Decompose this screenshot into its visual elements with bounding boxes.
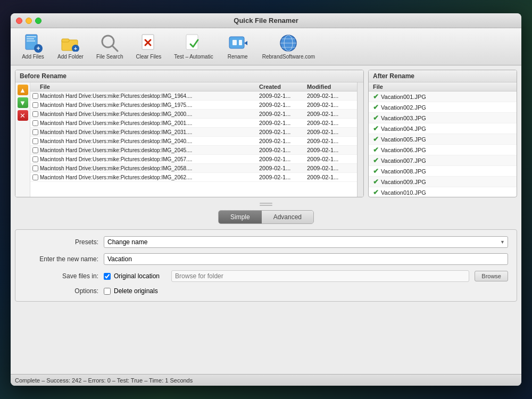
original-location-checkbox[interactable]: [104, 273, 111, 280]
delete-originals-checkbox[interactable]: [104, 288, 111, 295]
check-icon: ✔: [373, 146, 379, 154]
traffic-lights: [16, 18, 41, 24]
status-bar: Complete – Success: 242 – Errors: 0 – Te…: [11, 374, 521, 386]
rename-icon: [228, 34, 247, 53]
file-path: Macintosh Hard Drive:Users:mike:Pictures…: [40, 138, 259, 144]
modified-col-header: Modified: [307, 84, 355, 90]
tab-advanced[interactable]: Advanced: [262, 211, 313, 223]
presets-select-wrapper: Change name Add prefix Add suffix Replac…: [104, 236, 508, 248]
after-file-table[interactable]: File ✔Vacation001.JPG ✔Vacation002.JPG ✔…: [369, 82, 517, 197]
resize-grip-icon: [255, 202, 277, 206]
row-checkbox[interactable]: [32, 165, 38, 171]
save-in-row: Save files in: Original location Browse: [24, 270, 508, 282]
delete-originals-group: Delete originals: [104, 287, 158, 295]
save-in-label: Save files in:: [24, 272, 98, 280]
check-icon: ✔: [373, 103, 379, 111]
table-row: Macintosh Hard Drive:Users:mike:Pictures…: [30, 110, 357, 119]
check-icon: ✔: [373, 93, 379, 101]
check-icon: ✔: [373, 188, 379, 196]
tabs-area: Simple Advanced: [15, 210, 517, 224]
add-folder-button[interactable]: + Add Folder: [53, 31, 88, 62]
before-file-table[interactable]: File Created Modified Macintosh Hard Dri…: [30, 82, 357, 197]
row-checkbox[interactable]: [32, 111, 38, 117]
tab-simple[interactable]: Simple: [219, 211, 262, 223]
add-folder-icon-area: +: [61, 34, 80, 53]
row-checkbox[interactable]: [32, 102, 38, 108]
rebrand-button[interactable]: RebrandSoftware.com: [258, 31, 320, 62]
minimize-button[interactable]: [26, 18, 32, 24]
rebrand-icon-area: [279, 34, 298, 53]
file-path: Macintosh Hard Drive:Users:mike:Pictures…: [40, 147, 259, 153]
file-search-button[interactable]: File Search: [92, 31, 128, 62]
title-bar: Quick File Renamer: [11, 13, 521, 28]
after-filename: Vacation007.JPG: [381, 157, 426, 164]
file-lists: Before Rename ▲ ▼ ✕ File Created Modifie…: [15, 70, 517, 197]
add-folder-label: Add Folder: [57, 54, 84, 60]
row-checkbox[interactable]: [32, 174, 38, 180]
after-filename: Vacation004.JPG: [381, 126, 426, 132]
table-row: Macintosh Hard Drive:Users:mike:Pictures…: [30, 119, 357, 128]
status-text: Complete – Success: 242 – Errors: 0 – Te…: [15, 377, 193, 384]
test-automatic-button[interactable]: Test – Automatic: [170, 31, 217, 62]
close-button[interactable]: [16, 18, 22, 24]
created-date: 2009-02-1...: [259, 129, 307, 135]
browse-path-input[interactable]: [171, 270, 469, 282]
globe-icon: [279, 34, 298, 53]
before-scrollbar[interactable]: [357, 82, 363, 197]
created-date: 2009-02-1...: [259, 93, 307, 99]
row-checkbox[interactable]: [32, 93, 38, 99]
tab-group: Simple Advanced: [218, 210, 314, 224]
file-path: Macintosh Hard Drive:Users:mike:Pictures…: [40, 102, 259, 108]
browse-button[interactable]: Browse: [475, 271, 508, 281]
check-icon: ✔: [373, 124, 379, 132]
row-checkbox[interactable]: [32, 129, 38, 135]
svg-rect-2: [27, 38, 34, 39]
main-window: Quick File Renamer + Add Files: [11, 13, 521, 386]
file-path: Macintosh Hard Drive:Users:mike:Pictures…: [40, 93, 259, 99]
form-area: Presets: Change name Add prefix Add suff…: [15, 229, 517, 302]
move-up-button[interactable]: ▲: [18, 85, 28, 95]
window-title: Quick File Renamer: [234, 16, 298, 24]
row-checkbox[interactable]: [32, 120, 38, 126]
svg-marker-19: [244, 41, 247, 45]
file-path: Macintosh Hard Drive:Users:mike:Pictures…: [40, 165, 259, 171]
resize-handle[interactable]: [15, 201, 517, 207]
check-icon: ✔: [373, 167, 379, 175]
svg-rect-1: [27, 36, 36, 37]
created-col-header: Created: [259, 84, 307, 90]
file-path: Macintosh Hard Drive:Users:mike:Pictures…: [40, 174, 259, 180]
after-filename: Vacation005.JPG: [381, 136, 426, 143]
clear-files-icon-area: [139, 34, 158, 53]
maximize-button[interactable]: [35, 18, 41, 24]
presets-select[interactable]: Change name Add prefix Add suffix Replac…: [104, 236, 508, 248]
after-filename: Vacation001.JPG: [381, 94, 426, 100]
table-row: Macintosh Hard Drive:Users:mike:Pictures…: [30, 101, 357, 110]
list-item: ✔Vacation003.JPG: [369, 113, 517, 123]
modified-date: 2009-02-1...: [307, 120, 355, 126]
created-date: 2009-02-1...: [259, 120, 307, 126]
clear-files-button[interactable]: Clear Files: [132, 31, 166, 62]
svg-line-11: [112, 46, 118, 51]
list-item: ✔Vacation005.JPG: [369, 134, 517, 145]
after-filename: Vacation009.JPG: [381, 179, 426, 185]
table-row: Macintosh Hard Drive:Users:mike:Pictures…: [30, 146, 357, 155]
svg-text:+: +: [36, 45, 40, 52]
modified-date: 2009-02-1...: [307, 102, 355, 108]
checkbox-col-header: [32, 84, 40, 90]
check-icon: ✔: [373, 114, 379, 122]
options-row: Options: Delete originals: [24, 287, 508, 295]
sort-buttons: ▲ ▼ ✕: [15, 82, 30, 197]
delete-button[interactable]: ✕: [18, 110, 28, 121]
created-date: 2009-02-1...: [259, 174, 307, 180]
new-name-label: Enter the new name:: [24, 255, 98, 263]
add-files-button[interactable]: + Add Files: [17, 31, 49, 62]
move-down-button[interactable]: ▼: [18, 97, 28, 108]
row-checkbox[interactable]: [32, 147, 38, 153]
row-checkbox[interactable]: [32, 138, 38, 144]
add-files-label: Add Files: [22, 54, 44, 60]
row-checkbox[interactable]: [32, 156, 38, 162]
after-rename-header: After Rename: [369, 70, 517, 82]
rename-button[interactable]: Rename: [222, 31, 254, 62]
list-item: ✔Vacation002.JPG: [369, 102, 517, 113]
new-name-input[interactable]: [104, 253, 508, 265]
